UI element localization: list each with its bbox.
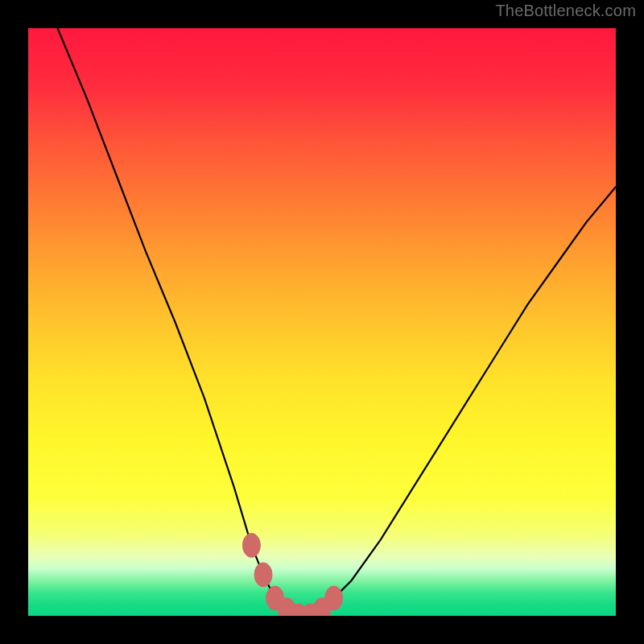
chart-frame: TheBottleneck.com — [0, 0, 644, 644]
curve-marker — [242, 533, 260, 557]
marker-group — [242, 533, 342, 616]
curve-marker — [254, 563, 272, 587]
plot-area — [28, 28, 616, 616]
curve-marker — [325, 586, 343, 610]
watermark-text: TheBottleneck.com — [495, 2, 636, 20]
bottleneck-curve-path — [58, 28, 617, 616]
bottleneck-curve-svg — [28, 28, 616, 616]
